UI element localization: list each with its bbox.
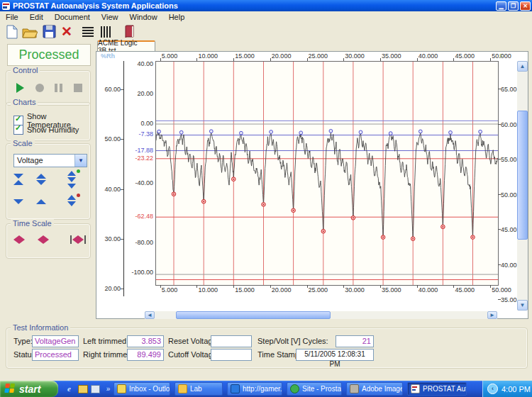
pause-button[interactable] [50,81,66,95]
task-button-1[interactable]: Inbox - Outlo... [113,382,170,396]
horizontal-scrollbar[interactable]: ◄ ► [145,311,497,319]
x-tickmark [453,285,454,288]
open-file-button[interactable] [21,23,38,40]
x-tick-bottom-20: 20.000 [272,286,292,293]
vertical-scroll-thumb[interactable] [517,111,528,240]
x-tickmark [380,58,381,61]
row-view-button[interactable] [79,23,96,40]
record-button[interactable] [32,81,48,95]
shift-down-button[interactable] [13,199,23,204]
f-tickmark [498,299,501,300]
play-button[interactable] [12,81,28,95]
tab-acme-logic[interactable]: ACME Logic 3B.tst [97,40,155,52]
task-button-3[interactable]: http://gamer... [227,382,282,396]
scroll-up-button[interactable]: ▲ [517,61,528,72]
timestamp-label: Time Stamp: [257,350,301,359]
x-tickmark [307,285,308,288]
windows-flag-icon [4,384,16,394]
timestamp-field[interactable]: 5/11/2005 12:08:31 PM [296,349,374,361]
expand-range-button[interactable] [36,174,46,185]
shift-up-button[interactable] [36,199,46,204]
x-tickmark [233,285,234,288]
task-button-6[interactable]: PROSTAT Aut... [407,382,467,396]
restore-button[interactable]: ❐ [508,1,519,11]
task-label: PROSTAT Aut... [423,385,467,393]
task-label: http://gamer... [243,385,282,393]
vertical-scrollbar[interactable]: ▲ ▼ [517,61,528,311]
fit-time-button[interactable] [70,235,86,244]
peak-marker [359,130,362,134]
voltage-tick--80.00: -80.00 [125,239,153,246]
scroll-right-button[interactable]: ► [487,311,497,319]
compress-range-button[interactable] [13,174,23,185]
reset-voltage-field[interactable] [211,335,252,347]
cycles-label: Step/Volt [V] Cycles: [257,337,328,345]
stop-button[interactable] [70,81,86,95]
new-document-icon [6,25,18,39]
peak-marker [157,130,161,133]
f-tickmark [498,194,501,195]
peak-marker [179,130,183,134]
x-tick-top-15: 15.000 [235,52,255,60]
save-button[interactable] [40,23,57,40]
voltage-tick-20.00: 20.00 [125,90,153,97]
voltage-tick--40.00: -40.00 [125,179,153,186]
x-tickmark [417,58,418,61]
x-tick-top-45: 45.000 [455,52,475,60]
x-tickmark [490,285,491,288]
report-button[interactable] [121,23,138,40]
menu-item-help[interactable]: Help [163,13,191,21]
menu-item-edit[interactable]: Edit [24,13,49,21]
scale-dropdown[interactable]: Voltage ▼ [13,154,87,167]
show-humidity-checkbox[interactable]: ✓ Show Humidity [13,125,79,135]
task-button-4[interactable]: Site - Prostat ... [287,382,342,396]
voltage-tick-40.00: 40.00 [125,60,153,67]
cycles-field[interactable]: 21 [336,335,374,347]
right-trimmed-field[interactable]: 89.499 [127,349,164,361]
cutoff-voltage-field[interactable] [211,349,252,361]
folder-icon [178,384,187,393]
stop-icon [74,84,82,92]
scroll-down-button[interactable]: ▼ [517,300,528,311]
arrow-up-icon [36,174,46,179]
task-button-5[interactable]: Adobe Image... [346,382,403,396]
x-tickmark [160,58,161,61]
show-desktop-icon[interactable] [90,384,101,394]
menu-item-window[interactable]: Window [124,13,163,21]
expand-time-button[interactable] [38,235,49,244]
compress-time-button[interactable] [13,235,25,244]
charts-group: Charts ✓ Show Temperature ✓ Show Humidit… [6,102,91,141]
horizontal-scroll-thumb[interactable] [176,311,331,319]
delete-button[interactable]: ✕ [58,23,75,40]
scroll-left-button[interactable]: ◄ [145,311,155,319]
left-trimmed-field[interactable]: 3.853 [127,335,164,347]
auto-scale-remove-button[interactable] [67,195,76,206]
red-book-icon [123,25,135,39]
column-view-button[interactable] [97,23,114,40]
title-bar: PROSTAT Autoanalysis System Applications… [0,0,532,11]
minimize-button[interactable]: ▁ [496,1,506,11]
new-document-button[interactable] [4,23,21,40]
start-button[interactable]: start [0,381,58,397]
internet-explorer-icon[interactable]: e [64,384,74,394]
chart-panel: %Rh F ▲ ▼ ◄ ► 5.0005.00010.00010.00015.0… [96,51,528,319]
menu-item-view[interactable]: View [96,13,124,21]
task-button-2[interactable]: Lab [174,382,223,396]
f-tickmark [498,229,501,230]
voltage-tick--23.22: -23.22 [125,155,153,162]
app-icon [2,2,10,10]
status-field[interactable]: Processed [32,349,79,361]
toolbar: ✕ [0,22,532,41]
rh-tick-20: 20.00 [99,285,121,292]
type-field[interactable]: VoltageGen [32,335,79,347]
more-chevron-icon[interactable]: » [103,384,113,394]
peak-marker [240,131,243,135]
menu-item-document[interactable]: Document [49,13,96,21]
f-tickmark [498,159,501,160]
close-button[interactable]: ✕ [520,1,531,11]
outlook-express-icon[interactable] [77,384,88,394]
hide-icons-chevron[interactable]: ‹ [487,384,498,394]
auto-scale-add-button[interactable] [67,171,76,189]
menu-item-file[interactable]: File [0,13,24,21]
x-tickmark [270,58,271,61]
